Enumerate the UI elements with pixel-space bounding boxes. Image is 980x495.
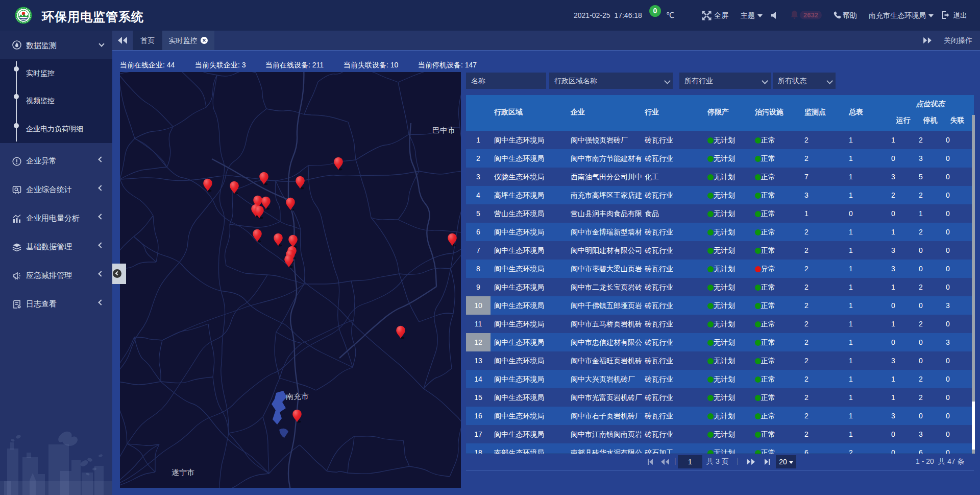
- svg-text:巴中市: 巴中市: [432, 126, 455, 134]
- svg-text:南充市: 南充市: [286, 392, 309, 400]
- svg-text:遂宁市: 遂宁市: [172, 468, 194, 477]
